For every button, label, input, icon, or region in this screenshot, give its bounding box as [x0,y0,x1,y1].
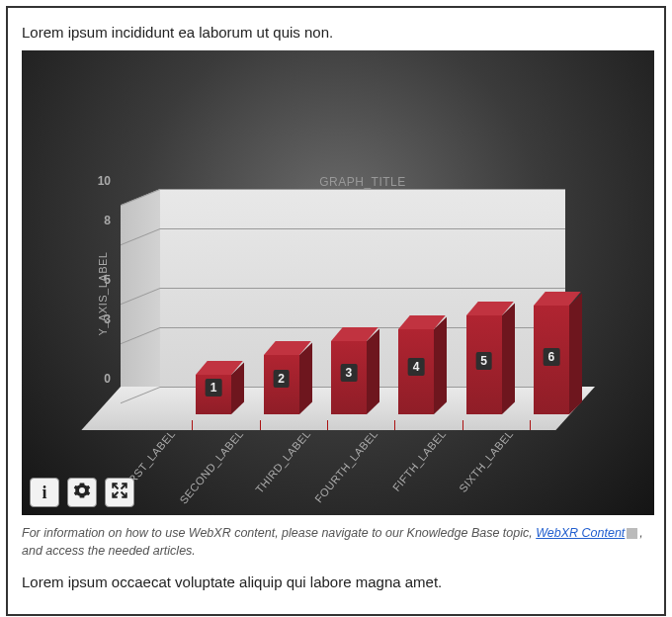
y-tick-label: 3 [81,312,111,326]
x-tick-mark [260,420,261,430]
webxr-link[interactable]: WebXR Content [536,526,625,540]
bar-side [569,293,582,414]
chart-widget: GRAPH_TITLE Y_AXIS_LABEL 035810 123456 F… [22,50,654,515]
x-tick-label: FOURTH_LABEL [307,427,379,510]
bar-value-label: 1 [206,379,222,397]
page-container: Lorem ipsum incididunt ea laborum ut qui… [6,6,666,616]
y-tick-label: 10 [81,174,111,188]
bar-value-label: 3 [340,364,357,382]
y-tick-label: 5 [81,273,111,287]
chart-title: GRAPH_TITLE [160,175,565,189]
gear-icon [73,482,91,504]
info-button[interactable]: i [30,478,59,507]
external-link-icon [627,528,637,539]
expand-icon [111,482,128,504]
x-tick-mark [327,420,328,430]
x-tick-mark [192,420,193,430]
bar-side [434,316,447,414]
y-tick-label: 0 [81,372,111,386]
x-tick-mark [462,420,463,430]
info-icon: i [42,483,46,503]
info-prefix: For information on how to use WebXR cont… [22,526,536,540]
bar-value-label: 2 [273,370,290,388]
bar-side [367,328,379,414]
bar-value-label: 5 [475,352,492,370]
settings-button[interactable] [67,478,97,507]
intro-paragraph: Lorem ipsum incididunt ea laborum ut qui… [22,24,650,41]
closing-paragraph: Lorem ipsum occaecat voluptate aliquip q… [22,573,650,590]
x-tick-label: FIFTH_LABEL [376,427,448,510]
x-tick-label: THIRD_LABEL [240,427,312,510]
chart-controls: i [30,478,134,507]
bar-side [299,342,312,414]
x-tick-label: SECOND_LABEL [173,427,245,510]
bars-group: 123456 [160,189,565,387]
x-tick-label: SIXTH_LABEL [443,427,515,510]
x-tick-mark [530,420,531,430]
bar-value-label: 4 [408,358,425,376]
x-tick-mark [394,420,395,430]
bar-side [502,303,515,414]
fullscreen-button[interactable] [105,478,134,507]
chart-plot: GRAPH_TITLE Y_AXIS_LABEL 035810 123456 F… [101,189,605,446]
info-text: For information on how to use WebXR cont… [22,525,650,560]
bar-value-label: 6 [543,348,559,366]
y-tick-label: 8 [81,214,111,227]
